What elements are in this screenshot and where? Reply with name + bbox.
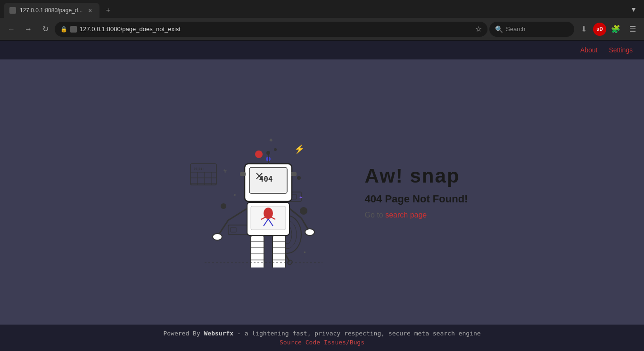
forward-button[interactable]: →: [21, 22, 36, 37]
svg-point-26: [287, 259, 293, 265]
bookmark-star-icon[interactable]: ☆: [475, 25, 482, 33]
security-lock-icon: 🔒: [60, 26, 67, 33]
svg-point-19: [297, 176, 301, 180]
address-bar[interactable]: 🔒 127.0.0.1:8080/page_does_not_exist ☆: [55, 22, 487, 37]
error-subheading: 404 Page Not Found!: [365, 193, 468, 205]
browser-window: 127.0.0.1:8080/page_d... ✕ + ▼ ← → ↻ 🔒 1…: [0, 0, 644, 351]
svg-text:●: ●: [304, 250, 306, 254]
footer: Powered By Websurfx - a lightening fast,…: [0, 325, 644, 351]
svg-line-43: [228, 209, 247, 220]
browser-search-box[interactable]: 🔍 Search: [489, 22, 574, 37]
site-favicon: [70, 26, 77, 33]
new-tab-button[interactable]: +: [101, 4, 115, 17]
svg-point-21: [300, 207, 307, 215]
svg-text:⚡: ⚡: [294, 144, 305, 154]
tab-close-button[interactable]: ✕: [86, 7, 94, 14]
footer-tagline: - a lightening fast, privacy respecting,…: [233, 330, 480, 337]
svg-line-44: [219, 220, 228, 234]
search-page-link[interactable]: search page: [385, 211, 427, 219]
app-nav-bar: About Settings: [0, 41, 644, 59]
page-content: 00|01!: [0, 59, 644, 325]
about-nav-link[interactable]: About: [577, 44, 602, 56]
svg-rect-35: [291, 172, 297, 176]
footer-line-2: Source Code Issues/Bugs: [280, 339, 364, 346]
tab-bar: 127.0.0.1:8080/page_d... ✕ + ▼: [0, 0, 644, 18]
go-to-text: Go to: [365, 211, 386, 219]
svg-rect-55: [272, 235, 286, 267]
settings-nav-link[interactable]: Settings: [605, 44, 636, 56]
source-code-link[interactable]: Source Code: [280, 339, 320, 346]
svg-rect-10: [228, 225, 247, 234]
issues-link[interactable]: Issues/Bugs: [324, 339, 364, 346]
tab-title: 127.0.0.1:8080/page_d...: [20, 7, 83, 14]
nav-bar: ← → ↻ 🔒 127.0.0.1:8080/page_does_not_exi…: [0, 18, 644, 41]
back-button[interactable]: ←: [4, 22, 19, 37]
svg-point-17: [274, 148, 277, 151]
search-icon: 🔍: [495, 25, 503, 33]
svg-text:✦: ✦: [299, 195, 303, 200]
svg-text:00|01!: 00|01!: [194, 167, 204, 171]
error-go-to: Go to search page: [365, 211, 468, 219]
robot-illustration: 00|01!: [176, 117, 337, 267]
error-container: 00|01!: [176, 117, 468, 267]
svg-line-47: [301, 218, 308, 230]
browser-toolbar: ⇓ uD 🧩 ☰: [576, 22, 640, 37]
download-button[interactable]: ⇓: [576, 22, 591, 37]
svg-text:#: #: [223, 168, 227, 175]
svg-point-15: [255, 150, 263, 158]
brand-name: Websurfx: [204, 330, 234, 337]
svg-point-33: [266, 151, 270, 155]
error-heading: Aw! snap: [365, 165, 468, 187]
svg-rect-11: [231, 227, 236, 232]
svg-rect-34: [240, 172, 246, 176]
reload-button[interactable]: ↻: [38, 22, 53, 37]
error-text-section: Aw! snap 404 Page Not Found! Go to searc…: [365, 165, 468, 219]
svg-point-45: [213, 234, 222, 240]
minimize-button[interactable]: ▼: [627, 3, 640, 16]
svg-point-20: [221, 203, 226, 209]
powered-by-text: Powered By: [163, 330, 204, 337]
ublock-button[interactable]: uD: [593, 23, 606, 36]
search-label: Search: [506, 25, 525, 33]
svg-point-48: [305, 229, 314, 235]
svg-text:404: 404: [259, 175, 272, 184]
active-tab[interactable]: 127.0.0.1:8080/page_d... ✕: [4, 3, 99, 18]
address-text: 127.0.0.1:8080/page_does_not_exist: [80, 25, 472, 33]
svg-text:✦: ✦: [268, 136, 274, 144]
tab-favicon: [9, 7, 16, 14]
tab-bar-controls: ▼: [627, 3, 640, 16]
extensions-button[interactable]: 🧩: [608, 22, 623, 37]
footer-line-1: Powered By Websurfx - a lightening fast,…: [163, 330, 480, 337]
menu-button[interactable]: ☰: [625, 22, 640, 37]
svg-text:✦: ✦: [233, 192, 237, 198]
